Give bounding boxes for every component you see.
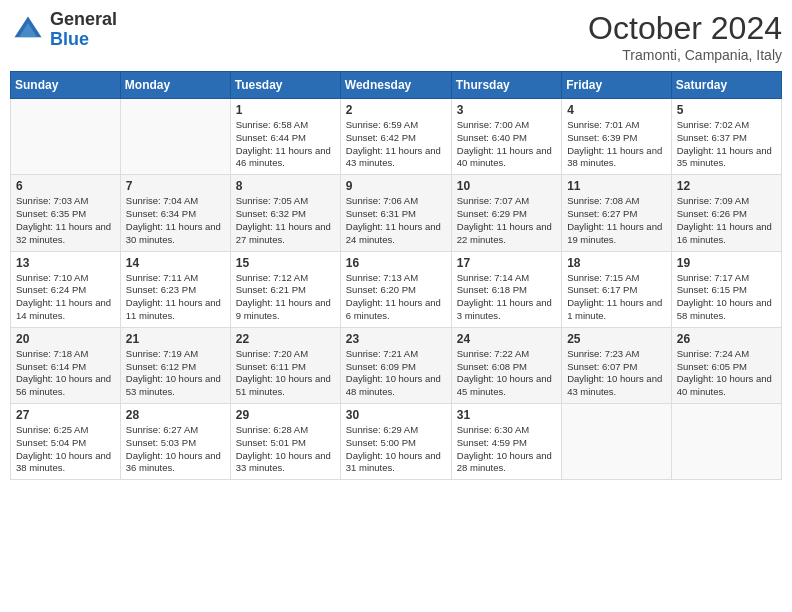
day-number: 24 [457,332,556,346]
calendar-header-friday: Friday [562,72,672,99]
calendar-cell: 1Sunrise: 6:58 AM Sunset: 6:44 PM Daylig… [230,99,340,175]
logo-text: General Blue [50,10,117,50]
cell-info: Sunrise: 7:12 AM Sunset: 6:21 PM Dayligh… [236,272,335,323]
cell-info: Sunrise: 6:30 AM Sunset: 4:59 PM Dayligh… [457,424,556,475]
calendar-cell: 4Sunrise: 7:01 AM Sunset: 6:39 PM Daylig… [562,99,672,175]
calendar-cell: 20Sunrise: 7:18 AM Sunset: 6:14 PM Dayli… [11,327,121,403]
calendar-cell: 14Sunrise: 7:11 AM Sunset: 6:23 PM Dayli… [120,251,230,327]
location: Tramonti, Campania, Italy [588,47,782,63]
calendar-week-3: 13Sunrise: 7:10 AM Sunset: 6:24 PM Dayli… [11,251,782,327]
cell-info: Sunrise: 7:21 AM Sunset: 6:09 PM Dayligh… [346,348,446,399]
cell-info: Sunrise: 6:25 AM Sunset: 5:04 PM Dayligh… [16,424,115,475]
calendar-cell: 29Sunrise: 6:28 AM Sunset: 5:01 PM Dayli… [230,404,340,480]
day-number: 19 [677,256,776,270]
month-title: October 2024 [588,10,782,47]
cell-info: Sunrise: 7:22 AM Sunset: 6:08 PM Dayligh… [457,348,556,399]
calendar-cell: 2Sunrise: 6:59 AM Sunset: 6:42 PM Daylig… [340,99,451,175]
logo-icon [10,12,46,48]
cell-info: Sunrise: 7:18 AM Sunset: 6:14 PM Dayligh… [16,348,115,399]
calendar-cell: 11Sunrise: 7:08 AM Sunset: 6:27 PM Dayli… [562,175,672,251]
cell-info: Sunrise: 7:05 AM Sunset: 6:32 PM Dayligh… [236,195,335,246]
day-number: 5 [677,103,776,117]
calendar-header-row: SundayMondayTuesdayWednesdayThursdayFrid… [11,72,782,99]
calendar-week-4: 20Sunrise: 7:18 AM Sunset: 6:14 PM Dayli… [11,327,782,403]
calendar-week-1: 1Sunrise: 6:58 AM Sunset: 6:44 PM Daylig… [11,99,782,175]
day-number: 20 [16,332,115,346]
day-number: 28 [126,408,225,422]
calendar-cell: 28Sunrise: 6:27 AM Sunset: 5:03 PM Dayli… [120,404,230,480]
cell-info: Sunrise: 7:23 AM Sunset: 6:07 PM Dayligh… [567,348,666,399]
day-number: 17 [457,256,556,270]
calendar-cell: 31Sunrise: 6:30 AM Sunset: 4:59 PM Dayli… [451,404,561,480]
calendar-cell [671,404,781,480]
cell-info: Sunrise: 7:02 AM Sunset: 6:37 PM Dayligh… [677,119,776,170]
cell-info: Sunrise: 7:20 AM Sunset: 6:11 PM Dayligh… [236,348,335,399]
calendar-cell: 27Sunrise: 6:25 AM Sunset: 5:04 PM Dayli… [11,404,121,480]
day-number: 6 [16,179,115,193]
day-number: 16 [346,256,446,270]
cell-info: Sunrise: 7:11 AM Sunset: 6:23 PM Dayligh… [126,272,225,323]
calendar-cell [562,404,672,480]
day-number: 9 [346,179,446,193]
cell-info: Sunrise: 7:00 AM Sunset: 6:40 PM Dayligh… [457,119,556,170]
page-header: General Blue October 2024 Tramonti, Camp… [10,10,782,63]
calendar-header-saturday: Saturday [671,72,781,99]
day-number: 29 [236,408,335,422]
day-number: 10 [457,179,556,193]
calendar-table: SundayMondayTuesdayWednesdayThursdayFrid… [10,71,782,480]
cell-info: Sunrise: 6:29 AM Sunset: 5:00 PM Dayligh… [346,424,446,475]
day-number: 1 [236,103,335,117]
calendar-cell: 13Sunrise: 7:10 AM Sunset: 6:24 PM Dayli… [11,251,121,327]
day-number: 2 [346,103,446,117]
cell-info: Sunrise: 7:13 AM Sunset: 6:20 PM Dayligh… [346,272,446,323]
calendar-cell [120,99,230,175]
cell-info: Sunrise: 6:58 AM Sunset: 6:44 PM Dayligh… [236,119,335,170]
day-number: 3 [457,103,556,117]
calendar-cell: 15Sunrise: 7:12 AM Sunset: 6:21 PM Dayli… [230,251,340,327]
calendar-cell: 26Sunrise: 7:24 AM Sunset: 6:05 PM Dayli… [671,327,781,403]
calendar-cell: 10Sunrise: 7:07 AM Sunset: 6:29 PM Dayli… [451,175,561,251]
day-number: 15 [236,256,335,270]
logo-general: General [50,9,117,29]
logo-blue: Blue [50,29,89,49]
calendar-cell: 18Sunrise: 7:15 AM Sunset: 6:17 PM Dayli… [562,251,672,327]
calendar-header-thursday: Thursday [451,72,561,99]
calendar-cell: 5Sunrise: 7:02 AM Sunset: 6:37 PM Daylig… [671,99,781,175]
calendar-header-tuesday: Tuesday [230,72,340,99]
cell-info: Sunrise: 6:27 AM Sunset: 5:03 PM Dayligh… [126,424,225,475]
calendar-cell: 3Sunrise: 7:00 AM Sunset: 6:40 PM Daylig… [451,99,561,175]
day-number: 7 [126,179,225,193]
calendar-week-5: 27Sunrise: 6:25 AM Sunset: 5:04 PM Dayli… [11,404,782,480]
day-number: 18 [567,256,666,270]
day-number: 31 [457,408,556,422]
calendar-cell: 23Sunrise: 7:21 AM Sunset: 6:09 PM Dayli… [340,327,451,403]
title-block: October 2024 Tramonti, Campania, Italy [588,10,782,63]
day-number: 21 [126,332,225,346]
day-number: 4 [567,103,666,117]
calendar-cell [11,99,121,175]
calendar-cell: 9Sunrise: 7:06 AM Sunset: 6:31 PM Daylig… [340,175,451,251]
cell-info: Sunrise: 7:09 AM Sunset: 6:26 PM Dayligh… [677,195,776,246]
calendar-cell: 8Sunrise: 7:05 AM Sunset: 6:32 PM Daylig… [230,175,340,251]
cell-info: Sunrise: 7:08 AM Sunset: 6:27 PM Dayligh… [567,195,666,246]
day-number: 11 [567,179,666,193]
cell-info: Sunrise: 7:15 AM Sunset: 6:17 PM Dayligh… [567,272,666,323]
logo: General Blue [10,10,117,50]
calendar-week-2: 6Sunrise: 7:03 AM Sunset: 6:35 PM Daylig… [11,175,782,251]
calendar-cell: 7Sunrise: 7:04 AM Sunset: 6:34 PM Daylig… [120,175,230,251]
day-number: 23 [346,332,446,346]
cell-info: Sunrise: 7:06 AM Sunset: 6:31 PM Dayligh… [346,195,446,246]
calendar-cell: 22Sunrise: 7:20 AM Sunset: 6:11 PM Dayli… [230,327,340,403]
day-number: 30 [346,408,446,422]
cell-info: Sunrise: 7:14 AM Sunset: 6:18 PM Dayligh… [457,272,556,323]
cell-info: Sunrise: 7:07 AM Sunset: 6:29 PM Dayligh… [457,195,556,246]
cell-info: Sunrise: 7:17 AM Sunset: 6:15 PM Dayligh… [677,272,776,323]
day-number: 27 [16,408,115,422]
calendar-cell: 30Sunrise: 6:29 AM Sunset: 5:00 PM Dayli… [340,404,451,480]
cell-info: Sunrise: 6:59 AM Sunset: 6:42 PM Dayligh… [346,119,446,170]
cell-info: Sunrise: 6:28 AM Sunset: 5:01 PM Dayligh… [236,424,335,475]
calendar-cell: 17Sunrise: 7:14 AM Sunset: 6:18 PM Dayli… [451,251,561,327]
day-number: 25 [567,332,666,346]
cell-info: Sunrise: 7:24 AM Sunset: 6:05 PM Dayligh… [677,348,776,399]
calendar-cell: 25Sunrise: 7:23 AM Sunset: 6:07 PM Dayli… [562,327,672,403]
